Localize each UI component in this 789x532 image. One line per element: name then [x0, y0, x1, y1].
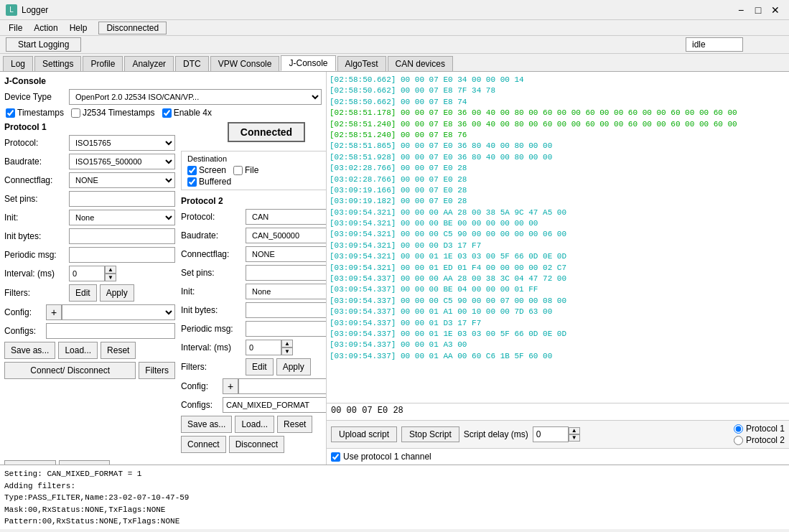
- tab-j-console[interactable]: J-Console: [281, 55, 335, 71]
- p2-interval-input[interactable]: [246, 340, 281, 355]
- p1-save-as-button[interactable]: Save as...: [4, 342, 55, 359]
- p2-init-label: Init:: [181, 286, 246, 297]
- p1-load-button[interactable]: Load...: [58, 342, 98, 359]
- protocol1-radio-label[interactable]: Protocol 1: [734, 424, 785, 434]
- p2-reset-button[interactable]: Reset: [277, 416, 312, 433]
- save-both-button[interactable]: Save both: [4, 460, 56, 465]
- p2-protocol-select[interactable]: CAN: [246, 209, 327, 225]
- file-checkbox[interactable]: [233, 166, 243, 175]
- p2-initbytes-label: Init bytes:: [181, 305, 246, 315]
- tab-dtc[interactable]: DTC: [175, 56, 209, 71]
- p2-save-as-button[interactable]: Save as...: [181, 416, 232, 433]
- timestamps-checkbox-label[interactable]: Timestamps: [6, 108, 64, 118]
- p2-periodicmsg-input[interactable]: [246, 321, 327, 337]
- p2-connectflag-select[interactable]: NONE: [246, 246, 327, 262]
- p2-disconnect-button[interactable]: Disconnect: [229, 436, 284, 453]
- protocol2-radio[interactable]: [734, 436, 743, 445]
- j2534-timestamps-checkbox[interactable]: [71, 108, 80, 118]
- p2-setpins-input[interactable]: [246, 265, 327, 281]
- tab-algotest[interactable]: AlgoTest: [337, 56, 386, 71]
- save-load-row: Save both Load both: [4, 460, 322, 465]
- use-protocol1-label[interactable]: Use protocol 1 channel: [331, 452, 431, 462]
- buffered-checkbox-label[interactable]: Buffered: [187, 177, 327, 187]
- p1-connect-disconnect-button[interactable]: Connect/ Disconnect: [4, 362, 136, 379]
- p2-load-button[interactable]: Load...: [235, 416, 274, 433]
- p1-connectflag-row: Connectflag: NONE: [4, 172, 175, 188]
- left-panel: J-Console Device Type OpenPort 2.0 J2534…: [0, 72, 327, 465]
- file-menu[interactable]: File: [3, 22, 28, 34]
- p1-periodicmsg-input[interactable]: [69, 247, 175, 263]
- screen-checkbox[interactable]: [187, 166, 197, 175]
- delay-input[interactable]: [533, 426, 569, 442]
- upload-script-button[interactable]: Upload script: [331, 426, 397, 442]
- p2-interval-down[interactable]: ▼: [281, 347, 293, 355]
- enable4x-checkbox[interactable]: [162, 108, 172, 118]
- p2-baudrate-label: Baudrate:: [181, 230, 246, 241]
- enable4x-checkbox-label[interactable]: Enable 4x: [162, 108, 212, 118]
- destination-box: Destination Screen File Buffered: [181, 151, 327, 190]
- p2-baudrate-select[interactable]: CAN_500000: [246, 228, 327, 243]
- p2-edit-button[interactable]: Edit: [246, 358, 274, 375]
- log-line: [03:09:54.321] 00 00 00 C5 90 00 00 00 0…: [330, 229, 786, 240]
- p1-configs-input[interactable]: [46, 323, 175, 339]
- p1-connectflag-select[interactable]: NONE: [69, 172, 175, 188]
- minimize-button[interactable]: −: [733, 3, 749, 17]
- p1-initbytes-label: Init bytes:: [4, 231, 69, 241]
- file-checkbox-label[interactable]: File: [233, 165, 258, 175]
- screen-checkbox-label[interactable]: Screen: [187, 165, 226, 175]
- p1-init-label: Init:: [4, 213, 69, 223]
- p1-interval-input[interactable]: [69, 266, 105, 281]
- j2534-timestamps-checkbox-label[interactable]: J2534 Timestamps: [71, 108, 155, 118]
- p1-filters-button[interactable]: Filters: [139, 362, 175, 379]
- p2-config-add-button[interactable]: +: [223, 378, 238, 394]
- p1-init-select[interactable]: None: [69, 210, 175, 225]
- p2-config-select[interactable]: [238, 378, 327, 394]
- action-menu[interactable]: Action: [28, 22, 63, 34]
- p1-config-select[interactable]: [62, 304, 175, 320]
- p2-connect-button[interactable]: Connect: [181, 436, 226, 453]
- p1-apply-button[interactable]: Apply: [100, 284, 134, 302]
- disconnected-button[interactable]: Disconnected: [98, 22, 167, 34]
- p1-connectflag-label: Connectflag:: [4, 175, 69, 185]
- tab-can-devices[interactable]: CAN devices: [388, 56, 453, 71]
- load-both-button[interactable]: Load both: [59, 460, 110, 465]
- tab-vpw-console[interactable]: VPW Console: [210, 56, 280, 71]
- p1-setpins-input[interactable]: [69, 191, 175, 207]
- help-menu[interactable]: Help: [64, 22, 93, 34]
- p1-initbytes-input[interactable]: [69, 228, 175, 244]
- p1-configs-row: Configs:: [4, 323, 175, 339]
- p2-configs-input[interactable]: [223, 397, 327, 413]
- log-line: [02:58:51.865] 00 00 07 E0 36 80 40 00 8…: [330, 141, 786, 151]
- p2-initbytes-input[interactable]: [246, 302, 327, 318]
- protocol2-radio-label[interactable]: Protocol 2: [734, 435, 785, 445]
- log-line: [03:09:19.166] 00 00 07 E0 28: [330, 185, 786, 196]
- p2-interval-up[interactable]: ▲: [281, 340, 293, 347]
- maximize-button[interactable]: □: [750, 3, 766, 17]
- tab-analyzer[interactable]: Analyzer: [124, 56, 174, 71]
- device-type-select[interactable]: OpenPort 2.0 J2534 ISO/CAN/VP...: [69, 89, 322, 105]
- p1-interval-down[interactable]: ▼: [105, 274, 116, 281]
- p2-apply-button[interactable]: Apply: [276, 358, 311, 375]
- stop-script-button[interactable]: Stop Script: [401, 426, 459, 442]
- tab-settings[interactable]: Settings: [34, 56, 81, 71]
- p1-config-add-button[interactable]: +: [46, 304, 62, 320]
- p1-edit-button[interactable]: Edit: [69, 284, 97, 302]
- p1-interval-up[interactable]: ▲: [105, 266, 116, 274]
- protocol1-radio[interactable]: [734, 424, 743, 434]
- p1-protocol-select[interactable]: ISO15765: [69, 135, 175, 151]
- delay-up-button[interactable]: ▲: [569, 427, 580, 434]
- start-logging-button[interactable]: Start Logging: [6, 37, 81, 52]
- p1-reset-button[interactable]: Reset: [101, 342, 136, 359]
- buffered-checkbox[interactable]: [187, 177, 197, 187]
- use-protocol1-checkbox[interactable]: [331, 452, 340, 462]
- log-line: [03:09:54.337] 00 00 00 BE 04 00 00 00 0…: [330, 284, 786, 295]
- p2-init-select[interactable]: None: [246, 284, 327, 299]
- tab-log[interactable]: Log: [3, 56, 33, 71]
- p1-baudrate-select[interactable]: ISO15765_500000: [69, 154, 175, 169]
- delay-down-button[interactable]: ▼: [569, 434, 580, 442]
- tab-profile[interactable]: Profile: [83, 56, 123, 71]
- close-button[interactable]: ✕: [767, 3, 783, 17]
- device-type-label: Device Type: [4, 92, 69, 102]
- p1-setpins-label: Set pins:: [4, 194, 69, 204]
- timestamps-checkbox[interactable]: [6, 108, 15, 118]
